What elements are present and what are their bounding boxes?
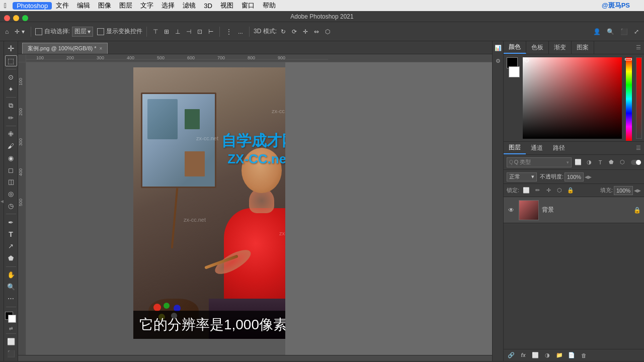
layer-item-background[interactable]: 👁 背景 🔒 bbox=[504, 197, 644, 223]
menu-layer[interactable]: 图层 bbox=[115, 1, 136, 10]
crop-tool[interactable]: ⧉ bbox=[5, 100, 17, 111]
fill-stepper[interactable]: ◀▶ bbox=[634, 188, 641, 193]
layer-mask-icon[interactable]: ⬜ bbox=[531, 351, 540, 360]
document-tab[interactable]: 案例.png @ 100%(RGB/8) * × bbox=[22, 43, 108, 54]
expand-btn[interactable]: ⤢ bbox=[632, 27, 641, 36]
layer-group-icon[interactable]: 📁 bbox=[555, 351, 564, 360]
opacity-value[interactable]: 100% bbox=[565, 172, 584, 182]
left-collapse-handle[interactable]: ◀ bbox=[0, 41, 4, 361]
menu-image[interactable]: 图像 bbox=[94, 1, 115, 10]
gradient-tool[interactable]: ◫ bbox=[5, 176, 17, 188]
home-button[interactable]: ⌂ bbox=[3, 27, 11, 36]
menu-file[interactable]: 文件 bbox=[52, 1, 73, 10]
layer-adj-icon[interactable]: ◑ bbox=[543, 351, 552, 360]
menu-filter[interactable]: 滤镜 bbox=[179, 1, 200, 10]
tab-swatches[interactable]: 色板 bbox=[526, 41, 549, 54]
menu-3d[interactable]: 3D bbox=[200, 2, 216, 10]
more-tools[interactable]: ⋯ bbox=[5, 293, 17, 304]
tab-patterns[interactable]: 图案 bbox=[572, 41, 594, 54]
opacity-stepper[interactable]: ◀▶ bbox=[585, 174, 592, 179]
properties-icon[interactable]: ⚙ bbox=[494, 56, 503, 65]
tab-layers[interactable]: 图层 bbox=[504, 142, 526, 154]
layers-search-box[interactable]: Q Q 类型 ▾ bbox=[507, 157, 572, 167]
canvas-workspace[interactable]: 自学成才网 ZX-CC.net zx-cc.net zx-cc.net zx-c… bbox=[26, 62, 492, 355]
arrow-tool[interactable]: ↗ bbox=[5, 241, 17, 252]
more-options[interactable]: ... bbox=[236, 27, 245, 36]
lock-all[interactable]: 🔒 bbox=[567, 187, 575, 195]
zoom-tool[interactable]: 🔍 bbox=[5, 281, 17, 292]
align-top[interactable]: ⊤ bbox=[151, 27, 160, 36]
tab-gradients[interactable]: 渐变 bbox=[549, 41, 572, 54]
layer-filter-shape[interactable]: ⬟ bbox=[607, 158, 616, 167]
panel-menu-btn[interactable]: ☰ bbox=[633, 44, 644, 51]
minimize-button[interactable] bbox=[13, 15, 19, 21]
distribute-v[interactable]: ⋮ bbox=[224, 27, 234, 36]
move-tool-options[interactable]: ✛ ▾ bbox=[13, 27, 26, 36]
lock-transparent[interactable]: ⬜ bbox=[522, 187, 530, 195]
layer-filter-toggle[interactable] bbox=[631, 160, 641, 165]
fill-value[interactable]: 100% bbox=[614, 186, 633, 195]
layer-filter-type[interactable]: T bbox=[596, 158, 605, 167]
auto-select-checkbox[interactable] bbox=[35, 28, 42, 35]
histogram-icon[interactable]: 📊 bbox=[494, 43, 503, 52]
scale-3d[interactable]: ⬡ bbox=[323, 27, 332, 36]
layer-fx-icon[interactable]: fx bbox=[519, 351, 528, 360]
maximize-button[interactable] bbox=[22, 15, 28, 21]
hand-tool[interactable]: ✋ bbox=[5, 269, 17, 280]
brush-tool[interactable]: 🖌 bbox=[5, 141, 17, 152]
move-tool[interactable]: ✛ bbox=[5, 43, 17, 54]
text-tool[interactable]: T bbox=[5, 229, 17, 240]
background-swatch[interactable] bbox=[509, 66, 520, 77]
lasso-tool[interactable]: ⊙ bbox=[5, 72, 17, 83]
lock-pixels[interactable]: ✏ bbox=[533, 187, 541, 195]
tab-channels[interactable]: 通道 bbox=[526, 142, 548, 154]
layer-new-icon[interactable]: 📄 bbox=[567, 351, 576, 360]
pan-3d[interactable]: ✛ bbox=[301, 27, 310, 36]
close-button[interactable] bbox=[4, 15, 10, 21]
layer-delete-icon[interactable]: 🗑 bbox=[579, 351, 588, 360]
slide-3d[interactable]: ⇔ bbox=[312, 27, 321, 36]
shape-tool[interactable]: ⬟ bbox=[5, 253, 17, 264]
align-bottom[interactable]: ⊥ bbox=[173, 27, 182, 36]
layer-link-icon[interactable]: 🔗 bbox=[507, 351, 516, 360]
align-left[interactable]: ⊣ bbox=[184, 27, 193, 36]
lock-position[interactable]: ✛ bbox=[544, 187, 552, 195]
color-gradient-picker[interactable] bbox=[523, 57, 622, 139]
pen-tool[interactable]: ✒ bbox=[5, 217, 17, 228]
swap-colors[interactable]: ⇄ bbox=[9, 326, 13, 331]
search-btn[interactable]: 🔍 bbox=[605, 27, 616, 36]
magic-wand-tool[interactable]: ✦ bbox=[5, 84, 17, 95]
layer-visibility-toggle[interactable]: 👁 bbox=[507, 206, 516, 215]
layer-filter-adj[interactable]: ◑ bbox=[585, 158, 594, 167]
layer-filter-pixel[interactable]: ⬜ bbox=[574, 158, 583, 167]
foreground-color[interactable] bbox=[5, 312, 17, 323]
hue-slider[interactable] bbox=[626, 57, 632, 141]
artboard-tool[interactable]: ⬚ bbox=[5, 55, 17, 66]
layer-dropdown[interactable]: 图层 ▾ bbox=[72, 27, 93, 37]
quick-mask[interactable]: ⬜ bbox=[5, 336, 17, 347]
menu-select[interactable]: 选择 bbox=[157, 1, 179, 10]
roll-3d[interactable]: ⟳ bbox=[290, 27, 299, 36]
menu-type[interactable]: 文字 bbox=[136, 1, 157, 10]
align-vcenter[interactable]: ⊞ bbox=[162, 27, 171, 36]
screen-mode[interactable]: ⬛ bbox=[5, 348, 17, 359]
scrollbar-horizontal[interactable] bbox=[18, 355, 492, 361]
align-hcenter[interactable]: ⊡ bbox=[195, 27, 204, 36]
workspace-btn[interactable]: ⬛ bbox=[618, 27, 630, 36]
menu-help[interactable]: 帮助 bbox=[259, 1, 280, 10]
rotate-3d[interactable]: ↻ bbox=[279, 27, 288, 36]
lock-artboard[interactable]: ⬡ bbox=[555, 187, 564, 195]
menu-photoshop[interactable]: Photoshop bbox=[13, 2, 52, 10]
tab-paths[interactable]: 路径 bbox=[548, 142, 570, 154]
show-transform-checkbox[interactable] bbox=[97, 28, 104, 35]
menu-window[interactable]: 窗口 bbox=[237, 1, 259, 10]
align-right[interactable]: ⊢ bbox=[206, 27, 215, 36]
layer-filter-smart[interactable]: ⬡ bbox=[618, 158, 627, 167]
apple-menu[interactable]:  bbox=[4, 2, 7, 10]
layers-menu-btn[interactable]: ☰ bbox=[633, 145, 644, 151]
eyedropper-tool[interactable]: ✏ bbox=[5, 112, 17, 123]
heal-tool[interactable]: ✙ bbox=[5, 129, 17, 140]
dodge-tool[interactable]: ◷ bbox=[5, 201, 17, 212]
menu-edit[interactable]: 编辑 bbox=[73, 1, 94, 10]
clone-tool[interactable]: ◉ bbox=[5, 152, 17, 163]
